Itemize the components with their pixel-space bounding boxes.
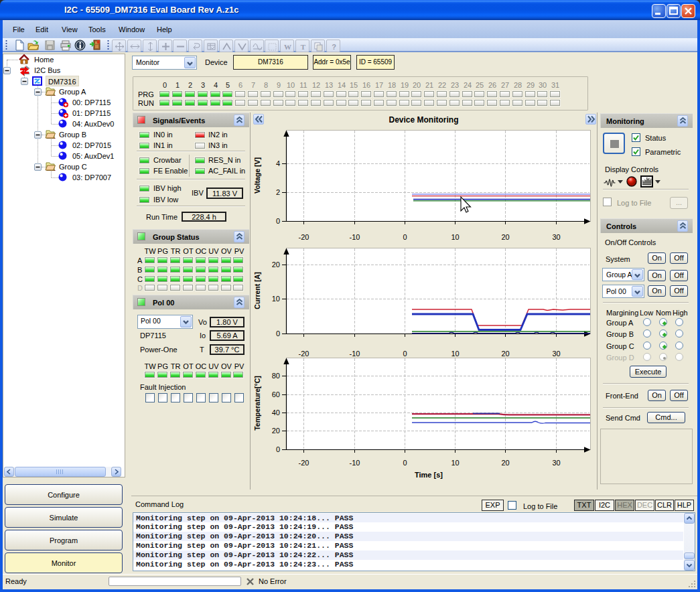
- svg-text:60: 60: [272, 390, 280, 398]
- svg-text:20: 20: [501, 350, 509, 358]
- svg-text:Time [s]: Time [s]: [415, 471, 443, 479]
- svg-text:10: 10: [451, 350, 459, 358]
- svg-text:?: ?: [332, 43, 336, 51]
- svg-text:20: 20: [272, 261, 280, 269]
- svg-text:-10: -10: [350, 233, 360, 241]
- svg-text:10: 10: [272, 295, 280, 303]
- svg-text:Temperature[°C]: Temperature[°C]: [253, 376, 261, 431]
- svg-text:40: 40: [272, 409, 280, 417]
- svg-text:30: 30: [552, 233, 560, 241]
- svg-text:0: 0: [276, 445, 280, 453]
- svg-text:-10: -10: [350, 350, 360, 358]
- svg-text:0: 0: [276, 217, 280, 225]
- svg-text:T: T: [301, 43, 306, 51]
- svg-text:-20: -20: [299, 459, 309, 467]
- svg-text:20: 20: [272, 427, 280, 435]
- svg-text:80: 80: [272, 372, 280, 380]
- svg-text:0: 0: [403, 459, 407, 467]
- svg-text:10: 10: [451, 233, 459, 241]
- svg-text:Voltage [V]: Voltage [V]: [253, 157, 261, 194]
- svg-text:30: 30: [552, 350, 560, 358]
- svg-text:2: 2: [276, 188, 280, 196]
- svg-text:Current [A]: Current [A]: [253, 272, 261, 309]
- svg-text:4: 4: [276, 159, 280, 167]
- svg-text:-20: -20: [299, 350, 309, 358]
- svg-text:-10: -10: [350, 459, 360, 467]
- svg-text:0: 0: [403, 233, 407, 241]
- svg-text:0: 0: [276, 329, 280, 338]
- svg-text:10: 10: [451, 459, 459, 467]
- svg-text:20: 20: [501, 233, 509, 241]
- svg-text:W: W: [284, 43, 291, 51]
- svg-text:30: 30: [552, 459, 560, 467]
- svg-text:0: 0: [403, 350, 407, 358]
- svg-text:20: 20: [501, 459, 509, 467]
- svg-text:-20: -20: [299, 233, 309, 241]
